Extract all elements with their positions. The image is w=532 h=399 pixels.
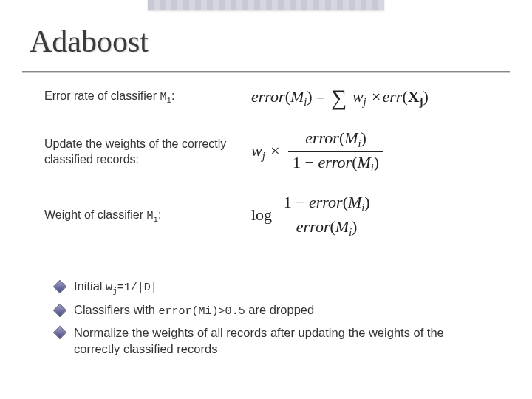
row-update-weights: Update the weights of the correctly clas… <box>44 129 510 174</box>
bullet-1: Initial wj=1/|D| <box>55 278 491 297</box>
row-error-rate: Error rate of classifier Mi: error(Mi) =… <box>44 85 510 110</box>
num-M: M <box>344 129 358 147</box>
f-j: j <box>262 150 265 162</box>
sigma-icon: ∑ <box>331 85 347 110</box>
label-error-rate: Error rate of classifier Mi: <box>44 89 251 106</box>
bullet-1-text: Initial wj=1/|D| <box>74 278 491 297</box>
f-log: log <box>251 205 272 224</box>
f-M: M <box>290 87 304 106</box>
num-M: M <box>348 193 361 211</box>
den-M: M <box>357 153 370 171</box>
t-post: are dropped <box>245 303 315 316</box>
bullet-2: Classifiers with error(Mi)>0.5 are dropp… <box>55 301 491 319</box>
title-underline <box>22 71 510 72</box>
f-w: w <box>251 141 262 160</box>
formula-error-rate: error(Mi) = ∑ wj ×err(Xj) <box>251 85 510 110</box>
text: Weight of classifier <box>44 208 146 221</box>
num-error: error <box>309 193 343 211</box>
label-update-weights: Update the weights of the correctly clas… <box>44 137 251 168</box>
t-w: w <box>106 282 112 294</box>
code-M: M <box>160 91 166 103</box>
t-code: error(Mi)>0.5 <box>159 305 245 318</box>
colon: : <box>158 208 161 221</box>
den-M: M <box>335 217 349 236</box>
diamond-icon <box>55 329 64 337</box>
formula-classifier-weight: log 1 − error(Mi) error(Mi) <box>251 194 510 239</box>
slide-title: Adaboost <box>30 24 149 59</box>
label-classifier-weight: Weight of classifier Mi: <box>44 208 251 225</box>
formula-section: Error rate of classifier Mi: error(Mi) =… <box>44 85 510 258</box>
f-error: error <box>251 87 285 106</box>
diamond-icon <box>55 282 64 290</box>
den-one: 1 <box>293 153 301 171</box>
t-pre: Initial <box>74 279 106 293</box>
header-stripe <box>148 0 384 10</box>
row-classifier-weight: Weight of classifier Mi: log 1 − error(M… <box>44 194 510 239</box>
fraction: error(Mi) 1 − error(Mi) <box>288 129 383 174</box>
f-err: err <box>383 87 403 106</box>
den-error: error <box>296 217 330 236</box>
num-one: 1 <box>284 193 292 211</box>
bullet-3: Normalize the weights of all records aft… <box>55 324 491 358</box>
num-error: error <box>305 129 339 147</box>
bullet-3-text: Normalize the weights of all records aft… <box>74 324 491 358</box>
f-j: j <box>364 96 366 108</box>
formula-update-weights: wj × error(Mi) 1 − error(Mi) <box>251 129 510 174</box>
fraction: 1 − error(Mi) error(Mi) <box>279 194 375 239</box>
t-eq: =1/|D| <box>117 282 157 294</box>
f-w: w <box>352 87 364 106</box>
den-error: error <box>318 153 352 171</box>
t-j: j <box>112 287 117 296</box>
bullet-list: Initial wj=1/|D| Classifiers with error(… <box>55 278 491 361</box>
diamond-icon <box>55 306 64 314</box>
text: Error rate of classifier <box>44 89 160 102</box>
t-pre: Classifiers with <box>74 303 159 316</box>
f-X: X <box>408 87 420 106</box>
colon: : <box>171 89 174 102</box>
bullet-2-text: Classifiers with error(Mi)>0.5 are dropp… <box>74 301 491 319</box>
